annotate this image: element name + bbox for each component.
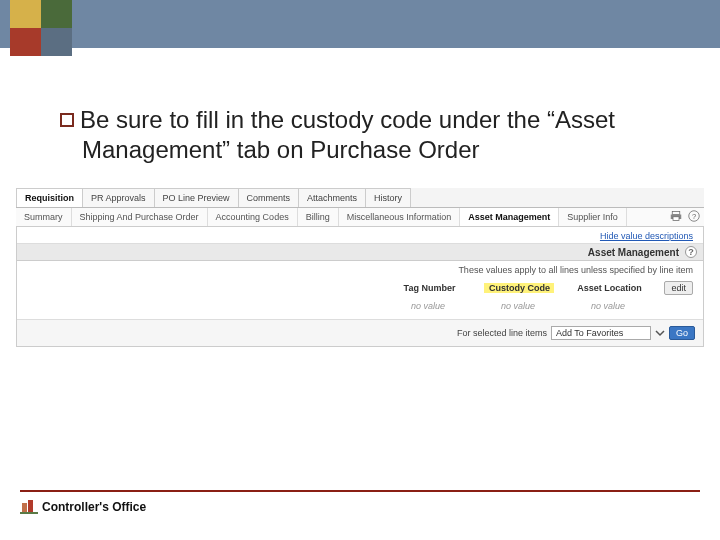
tab-pr-approvals[interactable]: PR Approvals [82, 188, 155, 207]
svg-rect-6 [28, 500, 33, 514]
col-custody-code: Custody Code [484, 283, 554, 293]
section-help-icon[interactable]: ? [685, 246, 697, 258]
slide-footer-text: Controller's Office [42, 500, 146, 514]
slide-header-bar [0, 0, 720, 48]
slide-footer: Controller's Office [20, 490, 700, 516]
app-screenshot: Requisition PR Approvals PO Line Preview… [16, 188, 704, 347]
col-tag-number: Tag Number [394, 283, 464, 293]
go-button[interactable]: Go [669, 326, 695, 340]
svg-rect-0 [672, 212, 680, 215]
subtab-supplier-info[interactable]: Supplier Info [559, 208, 627, 226]
panel: Hide value descriptions Asset Management… [16, 227, 704, 347]
subtab-billing[interactable]: Billing [298, 208, 339, 226]
line-items-footer: For selected line items Add To Favorites… [17, 320, 703, 346]
section-title: Asset Management [588, 247, 679, 258]
col-asset-location: Asset Location [574, 283, 644, 293]
footer-select[interactable]: Add To Favorites [551, 326, 651, 340]
primary-tabs: Requisition PR Approvals PO Line Preview… [16, 188, 704, 208]
value-tag-number: no value [393, 301, 463, 311]
subtab-shipping[interactable]: Shipping And Purchase Order [72, 208, 208, 226]
subtab-accounting[interactable]: Accounting Codes [208, 208, 298, 226]
subtab-summary[interactable]: Summary [16, 208, 72, 226]
svg-rect-7 [20, 512, 38, 514]
bullet-line-1: Be sure to fill in the custody code unde… [80, 106, 615, 133]
value-asset-location: no value [573, 301, 643, 311]
chevron-down-icon[interactable] [655, 328, 665, 338]
value-custody-code: no value [483, 301, 553, 311]
print-icon[interactable] [670, 210, 682, 222]
help-icon[interactable]: ? [688, 210, 700, 222]
column-headers: Tag Number Custody Code Asset Location e… [17, 279, 703, 297]
svg-rect-2 [673, 217, 679, 221]
bullet-line-2: Management” tab on Purchase Order [82, 136, 480, 163]
subtab-asset-management[interactable]: Asset Management [460, 208, 559, 226]
building-icon [20, 498, 38, 516]
value-row: no value no value no value [17, 297, 703, 320]
logo-square [41, 0, 72, 28]
logo-square [41, 28, 72, 56]
section-note: These values apply to all lines unless s… [17, 261, 703, 279]
square-bullet-icon [60, 113, 74, 127]
bullet-text: Be sure to fill in the custody code unde… [60, 105, 670, 165]
svg-text:?: ? [692, 212, 696, 221]
tab-history[interactable]: History [365, 188, 411, 207]
section-header: Asset Management ? [17, 244, 703, 261]
subtab-misc[interactable]: Miscellaneous Information [339, 208, 461, 226]
logo-square [10, 28, 41, 56]
logo-square [10, 0, 41, 28]
tab-po-line-preview[interactable]: PO Line Preview [154, 188, 239, 207]
logo-block [10, 0, 72, 56]
footer-label: For selected line items [457, 328, 547, 338]
tab-comments[interactable]: Comments [238, 188, 300, 207]
tab-requisition[interactable]: Requisition [16, 188, 83, 207]
hide-value-descriptions-link[interactable]: Hide value descriptions [17, 227, 703, 244]
secondary-tabs: Summary Shipping And Purchase Order Acco… [16, 208, 704, 227]
edit-button[interactable]: edit [664, 281, 693, 295]
tab-attachments[interactable]: Attachments [298, 188, 366, 207]
